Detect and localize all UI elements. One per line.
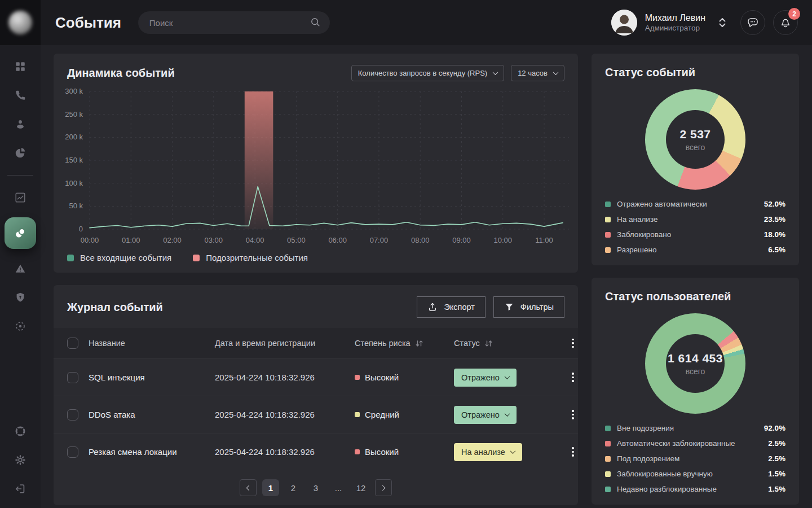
risk-cell: Средний [355, 410, 454, 419]
gear-icon [14, 454, 27, 466]
events-status-card: Статус событий 2 537 всего Отражено авто… [592, 54, 799, 265]
dynamics-card: Динамика событий Количество запросов в с… [54, 54, 578, 273]
row-checkbox[interactable] [67, 372, 78, 383]
legend-value: 6.5% [768, 246, 785, 254]
dynamics-title: Динамика событий [67, 67, 345, 80]
sidebar-item-users[interactable] [8, 112, 33, 137]
status-dropdown[interactable]: Отражено [454, 406, 517, 424]
legend-label: Вне подозрения [617, 424, 674, 432]
legend-label: Автоматически заблокированные [617, 439, 735, 448]
legend-swatch [605, 487, 611, 492]
prev-page-button[interactable] [240, 479, 257, 496]
sort-risk-button[interactable] [415, 340, 423, 347]
sidebar [0, 0, 41, 508]
logout-icon [14, 483, 27, 495]
svg-text:250 k: 250 k [65, 110, 83, 119]
svg-text:08:00: 08:00 [411, 236, 430, 244]
select-all-checkbox[interactable] [67, 338, 78, 349]
status-dropdown[interactable]: Отражено [454, 369, 517, 387]
messages-button[interactable] [740, 10, 765, 35]
status-label: На анализе [461, 448, 505, 457]
sidebar-item-calls[interactable] [8, 83, 33, 108]
page-number[interactable]: 12 [352, 479, 369, 496]
notifications-badge: 2 [788, 8, 800, 20]
pagination: 1 2 3 ... 12 [54, 479, 578, 496]
topbar: События Михаил Левин Администратор 2 [41, 0, 812, 45]
chevron-up-down-icon [718, 16, 727, 29]
row-checkbox[interactable] [67, 446, 78, 458]
legend-row: Вне подозрения 92.0% [605, 424, 785, 432]
svg-text:100 k: 100 k [65, 179, 83, 187]
lifebuoy-icon [14, 425, 27, 437]
donut-total-label: всего [686, 367, 705, 376]
sidebar-item-logout[interactable] [8, 476, 33, 501]
legend-swatch [605, 217, 611, 222]
warning-icon [14, 262, 27, 275]
legend-label: Под подозрением [617, 454, 679, 463]
legend-label: Разрешено [617, 246, 656, 254]
filters-button[interactable]: Фильтры [493, 296, 564, 318]
sidebar-item-alerts[interactable] [8, 256, 33, 281]
sort-status-button[interactable] [484, 340, 493, 347]
row-menu-button[interactable] [570, 445, 576, 459]
sidebar-item-network[interactable] [8, 314, 33, 339]
status-dropdown[interactable]: На анализе [454, 443, 522, 461]
legend-row: Отражено автоматически 52.0% [605, 200, 785, 208]
svg-text:05:00: 05:00 [287, 236, 306, 244]
status-cell: Отражено [454, 369, 568, 387]
status-cell: Отражено [454, 406, 568, 424]
row-menu-button[interactable] [570, 408, 576, 422]
user-menu-toggle[interactable] [718, 16, 727, 29]
search-input[interactable] [138, 11, 330, 34]
legend-swatch [605, 441, 611, 446]
legend-value: 92.0% [764, 424, 785, 432]
metric-select[interactable]: Количество запросов в секунду (RPS) [351, 65, 504, 81]
legend-row: Недавно разблокированные 1.5% [605, 485, 785, 493]
events-donut-chart: 2 537 всего [645, 89, 745, 190]
user-meta[interactable]: Михаил Левин Администратор [645, 12, 705, 33]
avatar[interactable] [611, 10, 637, 36]
export-label: Экспорт [444, 303, 474, 312]
left-column: Динамика событий Количество запросов в с… [54, 54, 578, 505]
page-number[interactable]: 1 [262, 479, 279, 496]
page-number[interactable]: 3 [307, 479, 324, 496]
table-header: Название Дата и время регистрации Степен… [54, 328, 578, 358]
row-menu-button[interactable] [570, 370, 576, 384]
users-status-title: Статус пользователей [605, 290, 785, 303]
donut-center: 1 614 453 всего [645, 313, 745, 414]
sidebar-item-support[interactable] [8, 419, 33, 444]
sidebar-item-settings[interactable] [8, 448, 33, 472]
range-select[interactable]: 12 часов [511, 65, 564, 81]
sidebar-item-stats[interactable] [8, 141, 33, 165]
next-page-button[interactable] [375, 479, 392, 496]
legend-label: На анализе [617, 215, 657, 224]
sidebar-item-events[interactable] [5, 217, 36, 249]
avatar-image [611, 10, 637, 36]
column-date: Дата и время регистрации [215, 339, 355, 348]
svg-text:04:00: 04:00 [246, 236, 264, 244]
search-icon[interactable] [310, 16, 321, 28]
legend-label: Недавно разблокированные [617, 485, 717, 493]
sidebar-item-analytics[interactable] [8, 185, 33, 210]
sidebar-item-dashboard[interactable] [8, 54, 33, 79]
page-number[interactable]: 2 [285, 479, 302, 496]
events-donut-wrap: 2 537 всего [605, 85, 785, 196]
row-checkbox[interactable] [67, 409, 78, 421]
export-button[interactable]: Экспорт [417, 296, 485, 318]
legend-swatch [193, 255, 200, 261]
sidebar-item-security[interactable] [8, 285, 33, 310]
search-bar [138, 11, 330, 34]
export-icon [427, 302, 438, 312]
legend-row: Заблокировано 18.0% [605, 230, 785, 239]
donut-center: 2 537 всего [645, 89, 745, 190]
users-donut-wrap: 1 614 453 всего [605, 309, 785, 421]
risk-label: Средний [365, 410, 399, 419]
journal-card: Журнал событий Экспорт Фильтры Название … [54, 285, 578, 505]
svg-text:200 k: 200 k [65, 133, 83, 141]
chevron-down-icon [493, 69, 498, 75]
svg-text:11:00: 11:00 [535, 236, 553, 244]
notifications-button[interactable]: 2 [773, 10, 798, 35]
table-menu-button[interactable] [570, 336, 576, 351]
legend-value: 2.5% [768, 439, 785, 448]
dynamics-header: Динамика событий Количество запросов в с… [54, 64, 578, 84]
